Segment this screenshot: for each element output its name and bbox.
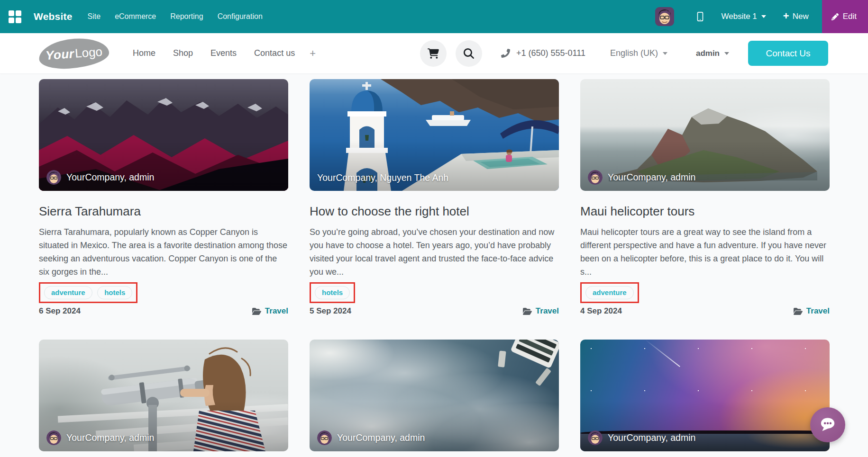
phone-link[interactable]: +1 (650) 555-0111 bbox=[501, 48, 585, 58]
post-title[interactable]: How to choose the right hotel bbox=[310, 204, 559, 219]
blog-cover-mountains[interactable]: YourCompany, admin bbox=[39, 79, 288, 191]
author-name: YourCompany, admin bbox=[66, 172, 154, 183]
chevron-down-icon bbox=[663, 52, 667, 55]
nav-shop[interactable]: Shop bbox=[173, 48, 193, 58]
user-menu-label: admin bbox=[696, 49, 720, 58]
cart-button[interactable] bbox=[420, 40, 447, 67]
language-selector[interactable]: English (UK) bbox=[610, 48, 667, 58]
menu-ecommerce[interactable]: eCommerce bbox=[115, 12, 156, 21]
blog-card: YourCompany, admin Maui helicopter tours… bbox=[580, 79, 830, 316]
post-meta: 5 Sep 2024 Travel bbox=[310, 306, 559, 316]
tag-adventure[interactable]: adventure bbox=[585, 286, 634, 299]
author-name: YourCompany, Nguyen The Anh bbox=[317, 172, 448, 183]
logo-text-bold: Your bbox=[45, 46, 74, 63]
nav-events[interactable]: Events bbox=[210, 48, 237, 58]
plus-icon: + bbox=[783, 11, 789, 21]
post-author: YourCompany, admin bbox=[317, 430, 425, 445]
post-title[interactable]: Sierra Tarahumara bbox=[39, 204, 288, 219]
apps-grid-icon[interactable] bbox=[9, 10, 21, 23]
author-name: YourCompany, admin bbox=[608, 432, 695, 443]
user-avatar[interactable] bbox=[655, 7, 674, 26]
author-avatar bbox=[588, 170, 603, 185]
blog-list: YourCompany, admin Sierra Tarahumara Sie… bbox=[0, 73, 868, 451]
blog-cover-santorini[interactable]: YourCompany, Nguyen The Anh bbox=[310, 79, 559, 191]
search-icon bbox=[464, 48, 474, 59]
author-name: YourCompany, admin bbox=[337, 432, 425, 443]
menu-configuration[interactable]: Configuration bbox=[218, 12, 263, 21]
cart-icon bbox=[428, 48, 439, 59]
phone-icon bbox=[501, 49, 510, 58]
post-author: YourCompany, admin bbox=[46, 430, 154, 445]
post-category[interactable]: Travel bbox=[523, 306, 559, 316]
post-meta: 4 Sep 2024 Travel bbox=[580, 306, 830, 316]
menu-reporting[interactable]: Reporting bbox=[170, 12, 203, 21]
avatar-illustration bbox=[655, 7, 674, 26]
post-date: 4 Sep 2024 bbox=[580, 306, 622, 316]
pencil-icon bbox=[831, 13, 839, 20]
post-author: YourCompany, Nguyen The Anh bbox=[317, 172, 448, 183]
chevron-down-icon bbox=[761, 15, 766, 18]
header-right: +1 (650) 555-0111 English (UK) admin Con… bbox=[420, 40, 828, 67]
post-date: 5 Sep 2024 bbox=[310, 306, 351, 316]
post-excerpt: Sierra Tarahumara, popularly known as Co… bbox=[39, 225, 288, 278]
category-label: Travel bbox=[806, 306, 830, 316]
blog-card: YourCompany, admin bbox=[310, 340, 559, 451]
phone-number: +1 (650) 555-0111 bbox=[516, 48, 585, 58]
category-label: Travel bbox=[536, 306, 559, 316]
app-title[interactable]: Website bbox=[34, 11, 73, 22]
edit-button-label: Edit bbox=[843, 12, 857, 21]
user-menu[interactable]: admin bbox=[696, 49, 729, 58]
website-switcher-label: Website 1 bbox=[722, 12, 757, 21]
site-logo[interactable]: Your Logo bbox=[38, 36, 110, 70]
mobile-preview-icon[interactable] bbox=[695, 9, 705, 24]
blog-row-1: YourCompany, admin Sierra Tarahumara Sie… bbox=[39, 79, 829, 316]
menu-site[interactable]: Site bbox=[88, 12, 101, 21]
add-page-icon[interactable]: + bbox=[310, 47, 316, 60]
livechat-button[interactable] bbox=[810, 407, 845, 442]
post-meta: 6 Sep 2024 Travel bbox=[39, 306, 288, 316]
post-author: YourCompany, admin bbox=[46, 170, 154, 185]
author-avatar bbox=[588, 430, 603, 445]
blog-cover-island[interactable]: YourCompany, admin bbox=[580, 79, 830, 191]
post-date: 6 Sep 2024 bbox=[39, 306, 81, 316]
chat-bubble-icon bbox=[818, 415, 837, 434]
post-excerpt: So you’re going abroad, you’ve chosen yo… bbox=[310, 225, 559, 278]
nav-home[interactable]: Home bbox=[133, 48, 155, 58]
post-title[interactable]: Maui helicopter tours bbox=[580, 204, 830, 219]
folder-icon bbox=[252, 307, 261, 316]
systray-menu: Site eCommerce Reporting Configuration bbox=[88, 12, 263, 21]
post-category[interactable]: Travel bbox=[252, 306, 288, 316]
author-avatar bbox=[317, 430, 332, 445]
author-name: YourCompany, admin bbox=[608, 172, 695, 183]
search-button[interactable] bbox=[456, 40, 482, 67]
author-avatar bbox=[46, 170, 61, 185]
new-button[interactable]: + New bbox=[783, 12, 809, 21]
website-switcher[interactable]: Website 1 bbox=[722, 12, 766, 21]
category-label: Travel bbox=[265, 306, 288, 316]
blog-cover-telescope[interactable]: YourCompany, admin bbox=[39, 340, 288, 451]
blog-card: YourCompany, admin bbox=[39, 340, 288, 451]
folder-icon bbox=[523, 307, 532, 316]
post-category[interactable]: Travel bbox=[794, 306, 830, 316]
post-author: YourCompany, admin bbox=[588, 430, 695, 445]
edit-button[interactable]: Edit bbox=[822, 0, 868, 33]
contact-us-button[interactable]: Contact Us bbox=[748, 41, 828, 66]
main-navigation: Home Shop Events Contact us + bbox=[133, 47, 316, 60]
tag-adventure[interactable]: adventure bbox=[44, 286, 92, 299]
author-avatar bbox=[46, 430, 61, 445]
blog-card: YourCompany, Nguyen The Anh How to choos… bbox=[310, 79, 559, 316]
author-name: YourCompany, admin bbox=[66, 432, 154, 443]
blog-row-2: YourCompany, admin bbox=[39, 340, 829, 451]
language-label: English (UK) bbox=[610, 48, 658, 58]
tag-highlight-box: adventure bbox=[580, 282, 639, 303]
blog-cover-earth[interactable]: YourCompany, admin bbox=[310, 340, 559, 451]
tag-hotels[interactable]: hotels bbox=[97, 286, 132, 299]
tag-highlight-box: hotels bbox=[310, 282, 355, 303]
blog-card: YourCompany, admin Sierra Tarahumara Sie… bbox=[39, 79, 288, 316]
blog-cover-night-sky[interactable]: YourCompany, admin bbox=[580, 340, 830, 451]
logo-text-light: Logo bbox=[74, 44, 103, 61]
tag-hotels[interactable]: hotels bbox=[315, 286, 350, 299]
post-excerpt: Maui helicopter tours are a great way to… bbox=[580, 225, 830, 278]
website-header: Your Logo Home Shop Events Contact us + … bbox=[0, 33, 868, 73]
nav-contact-us[interactable]: Contact us bbox=[254, 48, 295, 58]
